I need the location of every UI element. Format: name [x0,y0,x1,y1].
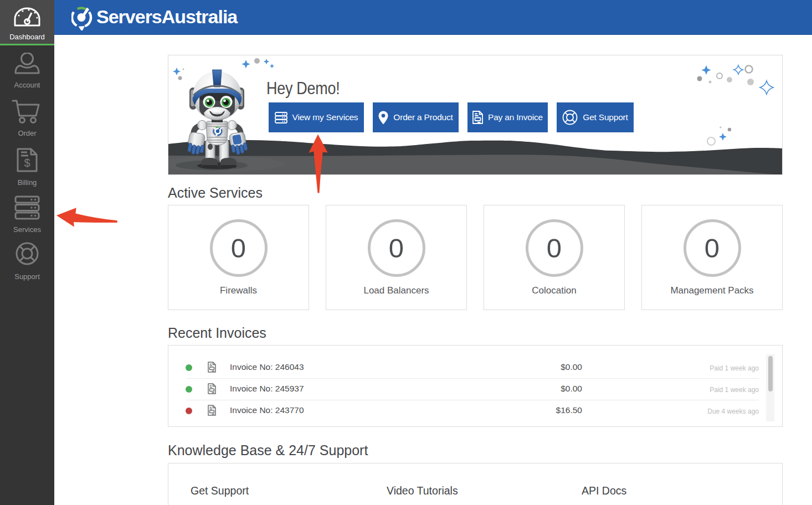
svg-text:$: $ [24,157,30,169]
